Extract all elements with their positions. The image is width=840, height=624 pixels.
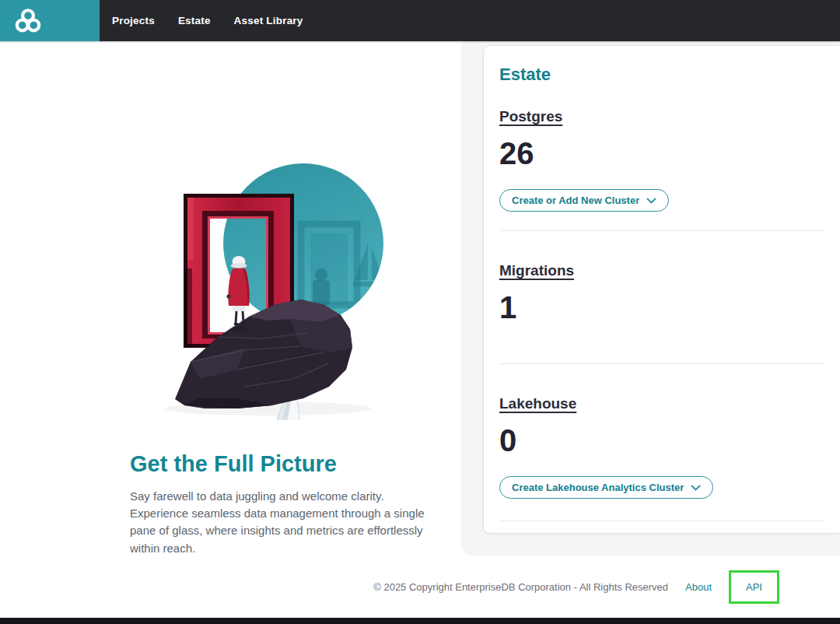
estate-panel-title: Estate: [499, 65, 824, 85]
postgres-link[interactable]: Postgres: [499, 108, 562, 125]
top-navbar: Projects Estate Asset Library: [0, 0, 840, 41]
section-divider: [499, 230, 824, 231]
lakehouse-count: 0: [499, 423, 824, 457]
nav-item-projects[interactable]: Projects: [112, 15, 155, 26]
hero-description: Say farewell to data juggling and welcom…: [130, 488, 429, 557]
page-footer: © 2025 Copyright EnterpriseDB Corporatio…: [0, 556, 840, 618]
estate-card: Estate Postgres 26 Create or Add New Clu…: [483, 45, 840, 534]
hero-illustration: [121, 152, 416, 420]
primary-nav: Projects Estate Asset Library: [112, 0, 303, 41]
estate-region: Estate Postgres 26 Create or Add New Clu…: [461, 41, 840, 556]
nav-item-estate[interactable]: Estate: [178, 15, 211, 26]
cloud-trefoil-icon: [12, 7, 44, 35]
annotation-highlight-box: API: [729, 570, 779, 604]
nav-item-asset-library[interactable]: Asset Library: [234, 15, 303, 26]
app-screen: Projects Estate Asset Library: [0, 0, 840, 624]
copyright-text: © 2025 Copyright EnterpriseDB Corporatio…: [373, 581, 668, 593]
section-divider: [499, 521, 824, 521]
create-cluster-button-label: Create or Add New Cluster: [512, 195, 639, 206]
api-link[interactable]: API: [746, 581, 762, 593]
section-divider: [499, 363, 824, 364]
migrations-link[interactable]: Migrations: [499, 262, 574, 279]
hero-title: Get the Full Picture: [130, 451, 429, 477]
create-cluster-button[interactable]: Create or Add New Cluster: [499, 189, 669, 212]
about-link[interactable]: About: [685, 581, 712, 593]
create-lakehouse-button-label: Create Lakehouse Analytics Cluster: [512, 482, 684, 493]
create-lakehouse-button[interactable]: Create Lakehouse Analytics Cluster: [499, 476, 713, 499]
migrations-count: 1: [499, 290, 824, 324]
bottom-edge-bar: [0, 618, 840, 624]
postgres-count: 26: [499, 136, 824, 170]
hero-text-block: Get the Full Picture Say farewell to dat…: [130, 451, 429, 557]
lakehouse-link[interactable]: Lakehouse: [499, 395, 576, 412]
chevron-down-icon: [646, 198, 656, 204]
brand-logo[interactable]: [0, 0, 100, 41]
chevron-down-icon: [691, 485, 701, 491]
